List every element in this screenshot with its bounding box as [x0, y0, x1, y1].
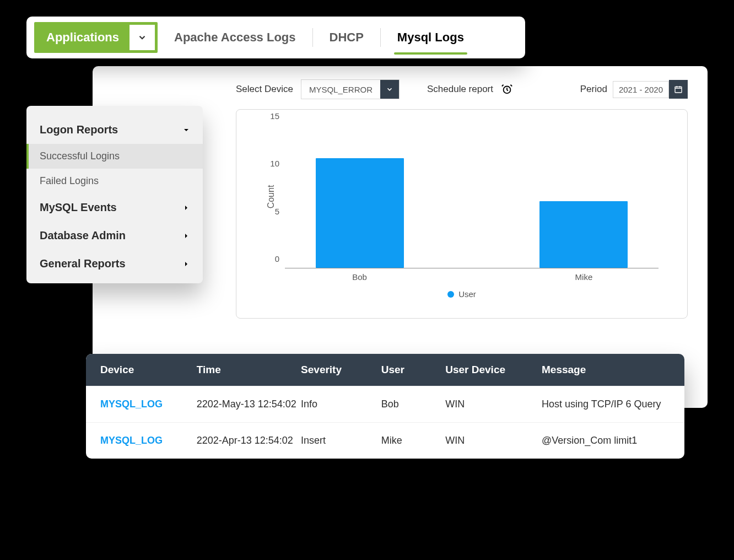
table-column-header[interactable]: Message	[542, 364, 670, 376]
tab-separator	[380, 28, 381, 47]
cell-severity: Info	[301, 399, 381, 410]
select-device-label: Select Device	[236, 84, 293, 95]
sidebar-item[interactable]: Successful Logins	[26, 144, 203, 169]
table-row: MYSQL_LOG2202-Apr-13 12:54:02InsertMikeW…	[86, 422, 684, 459]
tab-separator	[312, 28, 313, 47]
table-row: MYSQL_LOG2202-May-13 12:54:02InfoBobWINH…	[86, 386, 684, 422]
caret-right-icon	[183, 261, 190, 267]
log-table-header: DeviceTimeSeverityUserUser DeviceMessage	[86, 354, 684, 386]
chart-y-tick: 10	[270, 159, 279, 168]
cell-time: 2202-May-13 12:54:02	[197, 399, 301, 410]
period-label: Period	[580, 84, 607, 95]
cell-user: Bob	[381, 399, 446, 410]
chart-bar	[539, 201, 628, 268]
cell-user-device: WIN	[445, 435, 542, 446]
select-device-value: MYSQL_ERROR	[301, 82, 380, 98]
chart-legend-label: User	[458, 289, 476, 299]
period-picker[interactable]: Period 2021 - 2020	[580, 80, 688, 99]
sidebar-group[interactable]: Logon Reports	[26, 116, 203, 144]
report-toolbar: Select Device MYSQL_ERROR Schedule repor…	[236, 79, 688, 99]
sidebar-group-label: Database Admin	[40, 229, 126, 242]
sidebar-group[interactable]: General Reports	[26, 250, 203, 278]
chart-y-tick: 5	[275, 206, 279, 216]
chart-legend: User	[260, 289, 664, 299]
log-table-body: MYSQL_LOG2202-May-13 12:54:02InfoBobWINH…	[86, 386, 684, 459]
device-link[interactable]: MYSQL_LOG	[100, 399, 197, 410]
period-value: 2021 - 2020	[613, 81, 669, 98]
calendar-icon	[669, 80, 688, 99]
chart-x-label: Mike	[575, 272, 593, 282]
chart-x-label: Bob	[352, 272, 367, 282]
app-tab-bar: Applications Apache Access Logs DHCP Mys…	[26, 17, 525, 58]
table-column-header[interactable]: Time	[197, 364, 301, 376]
table-column-header[interactable]: User	[381, 364, 446, 376]
chart-card: Count 051015BobMike User	[236, 109, 688, 319]
sidebar-item[interactable]: Failed Logins	[26, 169, 203, 193]
table-column-header[interactable]: Severity	[301, 364, 381, 376]
caret-right-icon	[183, 204, 190, 211]
sidebar-group-label: MySQL Events	[40, 201, 117, 214]
tab-apache-access-logs[interactable]: Apache Access Logs	[171, 30, 299, 45]
caret-right-icon	[183, 233, 190, 239]
caret-down-icon	[183, 127, 190, 133]
report-sidebar: Logon ReportsSuccessful LoginsFailed Log…	[26, 106, 203, 283]
schedule-report-label: Schedule report	[427, 84, 493, 95]
table-column-header[interactable]: User Device	[445, 364, 542, 376]
sidebar-group[interactable]: MySQL Events	[26, 193, 203, 222]
cell-time: 2202-Apr-13 12:54:02	[197, 435, 301, 446]
sidebar-group-label: General Reports	[40, 257, 126, 270]
applications-dropdown[interactable]: Applications	[34, 22, 158, 53]
chart-plot-area: Count 051015BobMike	[285, 125, 659, 268]
svg-rect-1	[675, 87, 682, 93]
chevron-down-icon	[129, 24, 155, 51]
cell-message: Host using TCP/IP 6 Query	[542, 399, 670, 410]
cell-user-device: WIN	[445, 399, 542, 410]
chart-y-axis-label: Count	[266, 185, 276, 208]
chevron-down-icon	[380, 80, 399, 99]
cell-message: @Version_Com limit1	[542, 435, 670, 446]
table-column-header[interactable]: Device	[100, 364, 197, 376]
alarm-clock-icon[interactable]	[501, 83, 513, 95]
tab-mysql-logs[interactable]: Mysql Logs	[394, 30, 467, 45]
applications-dropdown-label: Applications	[46, 30, 119, 45]
device-link[interactable]: MYSQL_LOG	[100, 435, 197, 446]
select-device-dropdown[interactable]: MYSQL_ERROR	[301, 79, 400, 99]
cell-user: Mike	[381, 435, 446, 446]
sidebar-group[interactable]: Database Admin	[26, 222, 203, 250]
chart-y-tick: 0	[275, 254, 279, 263]
legend-dot-icon	[447, 291, 454, 298]
sidebar-group-label: Logon Reports	[40, 123, 118, 136]
chart-bar	[316, 158, 404, 268]
cell-severity: Insert	[301, 435, 381, 446]
tab-dhcp[interactable]: DHCP	[326, 30, 367, 45]
chart-y-tick: 15	[270, 111, 279, 121]
log-table: DeviceTimeSeverityUserUser DeviceMessage…	[86, 354, 684, 459]
